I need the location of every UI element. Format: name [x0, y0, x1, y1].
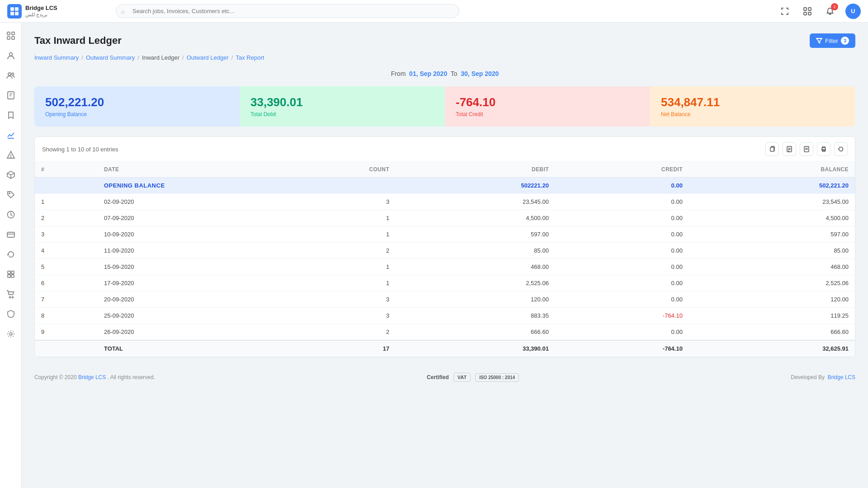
svg-point-13: [8, 73, 11, 75]
table-action-buttons: [765, 142, 848, 156]
csv-button[interactable]: [783, 142, 796, 156]
row-debit: 597.00: [396, 226, 555, 243]
row-debit: 4,500.00: [396, 210, 555, 226]
reload-button[interactable]: [834, 142, 848, 156]
row-count: 1: [266, 275, 396, 291]
table-row: 7 20-09-2020 3 120.00 0.00 120.00: [35, 291, 855, 308]
sidebar-alert-icon[interactable]: [2, 146, 19, 164]
row-count: 3: [266, 308, 396, 324]
svg-rect-10: [7, 37, 10, 39]
sidebar-puzzle-icon[interactable]: [2, 266, 19, 283]
opening-label: OPENING BALANCE: [98, 178, 396, 194]
search-icon: ⌕: [121, 8, 125, 15]
iso-badge: ISO 25000 : 2014: [475, 373, 519, 382]
svg-rect-40: [804, 146, 809, 152]
date-range: From 01, Sep 2020 To 30, Sep 2020: [34, 70, 855, 77]
excel-button[interactable]: [800, 142, 813, 156]
total-credit-label: Total Credit: [456, 111, 639, 117]
date-to: 30, Sep 2020: [461, 70, 499, 77]
sidebar-chart-icon[interactable]: [2, 127, 19, 144]
svg-rect-28: [8, 271, 10, 274]
copy-button[interactable]: [765, 142, 779, 156]
card-total-debit: 33,390.01 Total Debit: [240, 86, 445, 127]
sidebar-card-icon[interactable]: [2, 226, 19, 243]
footer-dev-link[interactable]: Bridge LCS: [828, 374, 855, 380]
row-debit: 883.35: [396, 308, 555, 324]
csv-icon: [786, 146, 793, 152]
row-num: 3: [35, 226, 98, 243]
notification-button[interactable]: 2: [823, 4, 837, 19]
filter-button[interactable]: Filter 3: [810, 33, 855, 48]
row-credit: -764.10: [555, 308, 689, 324]
footer-rights: . All rights reserved.: [108, 374, 155, 380]
filter-icon: [816, 38, 822, 44]
logo-icon: [7, 4, 22, 19]
sidebar-contact-icon[interactable]: [2, 87, 19, 104]
svg-rect-8: [7, 32, 10, 35]
print-button[interactable]: [817, 142, 830, 156]
svg-line-23: [11, 174, 14, 175]
user-avatar[interactable]: U: [845, 4, 861, 19]
total-row: TOTAL 17 33,390.01 -764.10 32,625.91: [35, 340, 855, 357]
breadcrumb-outward-summary[interactable]: Outward Summary: [86, 54, 135, 61]
row-balance: 23,545.00: [689, 194, 855, 210]
row-balance: 4,500.00: [689, 210, 855, 226]
row-debit: 85.00: [396, 243, 555, 259]
print-icon: [821, 146, 827, 152]
net-balance-label: Net Balance: [661, 111, 844, 117]
breadcrumb-outward-ledger[interactable]: Outward Ledger: [187, 54, 229, 61]
svg-rect-3: [15, 12, 19, 15]
sidebar-clock-icon[interactable]: [2, 206, 19, 223]
sidebar-shield-icon[interactable]: [2, 305, 19, 323]
vat-badge: VAT: [453, 373, 471, 382]
opening-balance: 502,221.20: [689, 178, 855, 194]
filter-count: 3: [841, 37, 849, 45]
row-num: 2: [35, 210, 98, 226]
sidebar-cart-icon[interactable]: [2, 286, 19, 303]
breadcrumb-inward-summary[interactable]: Inward Summary: [34, 54, 79, 61]
topnav-actions: 2 U: [778, 4, 861, 19]
col-credit: CREDIT: [555, 162, 689, 178]
date-from-prefix: From: [391, 70, 406, 77]
svg-rect-7: [808, 12, 811, 15]
row-num: 9: [35, 324, 98, 341]
total-debit-label: Total Debit: [250, 111, 434, 117]
table-body: OPENING BALANCE 502221.20 0.00 502,221.2…: [35, 178, 855, 357]
row-credit: 0.00: [555, 275, 689, 291]
row-debit: 23,545.00: [396, 194, 555, 210]
svg-rect-1: [15, 7, 19, 11]
grid-button[interactable]: [800, 4, 815, 19]
breadcrumb: Inward Summary / Outward Summary / Inwar…: [34, 54, 855, 61]
row-balance: 597.00: [689, 226, 855, 243]
search-input[interactable]: [116, 4, 459, 18]
row-balance: 120.00: [689, 291, 855, 308]
sidebar-home-icon[interactable]: [2, 27, 19, 44]
sidebar-bookmark-icon[interactable]: [2, 107, 19, 124]
sidebar-person-icon[interactable]: [2, 47, 19, 64]
card-total-credit: -764.10 Total Credit: [445, 86, 650, 127]
col-date: DATE: [98, 162, 266, 178]
svg-rect-15: [8, 92, 14, 99]
fullscreen-button[interactable]: [778, 4, 792, 19]
table-row: 1 02-09-2020 3 23,545.00 0.00 23,545.00: [35, 194, 855, 210]
breadcrumb-sep-4: /: [231, 54, 233, 61]
app-logo[interactable]: Bridge LCS بريدج للس: [7, 4, 107, 19]
row-num: 6: [35, 275, 98, 291]
svg-point-34: [9, 333, 12, 335]
row-balance: 468.00: [689, 259, 855, 275]
sidebar-settings-icon[interactable]: [2, 325, 19, 343]
svg-rect-31: [11, 275, 14, 277]
sidebar-refresh-icon[interactable]: [2, 246, 19, 263]
total-debit: 33,390.01: [396, 340, 555, 357]
col-debit: DEBIT: [396, 162, 555, 178]
footer-developer: Developed By Bridge LCS: [791, 374, 855, 380]
col-count: COUNT: [266, 162, 396, 178]
sidebar-tag-icon[interactable]: [2, 186, 19, 203]
reload-icon: [838, 146, 844, 152]
sidebar-users-icon[interactable]: [2, 67, 19, 84]
row-count: 1: [266, 259, 396, 275]
breadcrumb-tax-report[interactable]: Tax Report: [236, 54, 264, 61]
sidebar-box-icon[interactable]: [2, 166, 19, 183]
footer-company-link[interactable]: Bridge LCS: [78, 374, 106, 380]
svg-point-20: [10, 157, 11, 158]
